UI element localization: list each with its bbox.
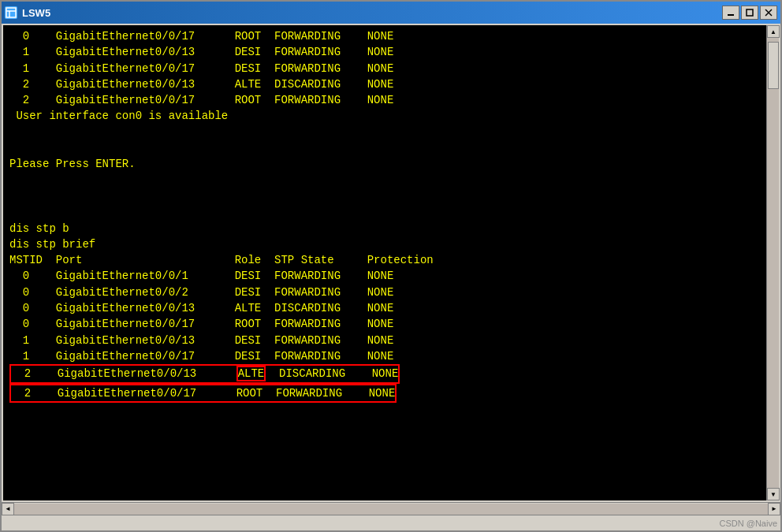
scroll-track-v	[767, 38, 779, 488]
scroll-left-button[interactable]: ◄	[2, 503, 14, 515]
scroll-down-button[interactable]: ▼	[767, 488, 780, 500]
app-icon	[5, 6, 17, 19]
main-window: LSW5 0 GigabitEthernet0/0/17 ROOT FORWAR…	[0, 0, 782, 532]
vertical-scrollbar: ▲ ▼	[766, 25, 779, 500]
svg-rect-0	[6, 8, 16, 17]
scroll-track-h	[14, 504, 768, 515]
horizontal-scrollbar: ◄ ►	[2, 502, 780, 515]
window-controls	[722, 6, 777, 20]
close-button[interactable]	[760, 6, 777, 20]
title-bar: LSW5	[2, 2, 780, 24]
watermark-text: CSDN @Naive	[719, 519, 777, 528]
bottom-bar: CSDN @Naive	[2, 515, 780, 530]
restore-button[interactable]	[741, 6, 758, 20]
scroll-up-button[interactable]: ▲	[767, 25, 780, 38]
title-bar-left: LSW5	[5, 6, 50, 19]
window-title: LSW5	[22, 7, 50, 19]
terminal-area: 0 GigabitEthernet0/0/17 ROOT FORWARDING …	[2, 24, 780, 502]
scroll-thumb-v[interactable]	[768, 42, 779, 89]
svg-rect-4	[747, 9, 753, 16]
scroll-right-button[interactable]: ►	[768, 503, 780, 515]
terminal-output[interactable]: 0 GigabitEthernet0/0/17 ROOT FORWARDING …	[3, 25, 766, 500]
svg-rect-3	[728, 14, 734, 16]
minimize-button[interactable]	[722, 6, 739, 20]
